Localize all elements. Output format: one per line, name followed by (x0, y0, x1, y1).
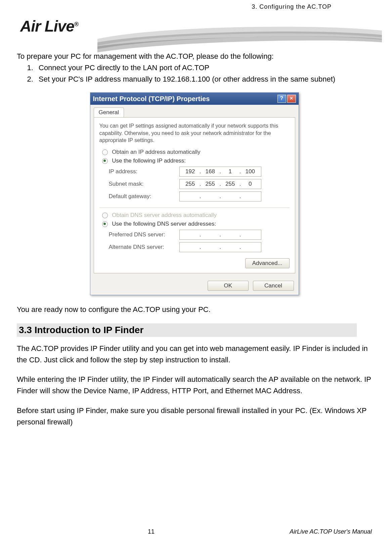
radio-label: Obtain DNS server address automatically (112, 212, 217, 218)
paragraph: The AC.TOP provides IP Finder utility an… (17, 343, 372, 366)
radio-obtain-ip-auto[interactable]: Obtain an IP address automatically (102, 149, 290, 155)
help-icon[interactable]: ? (277, 95, 286, 103)
close-icon[interactable]: × (287, 95, 296, 103)
page-number: 11 (148, 528, 155, 535)
default-gateway-label: Default gateway: (109, 193, 179, 200)
dialog-title: Internet Protocol (TCP/IP) Properties (93, 95, 210, 103)
default-gateway-field[interactable]: . . . (179, 191, 261, 201)
ip-octet: 100 (242, 168, 259, 175)
ip-octet: 255 (182, 181, 199, 187)
radio-label: Obtain an IP address automatically (112, 149, 200, 155)
radio-icon (102, 221, 108, 227)
ip-octet: 255 (222, 181, 239, 187)
tcpip-properties-dialog: Internet Protocol (TCP/IP) Properties ? … (90, 92, 299, 295)
subnet-mask-label: Subnet mask: (109, 181, 179, 187)
radio-obtain-dns-auto: Obtain DNS server address automatically (102, 212, 290, 219)
ip-octet: 168 (202, 168, 219, 175)
list-item: Set your PC's IP address manually to 192… (35, 74, 372, 85)
steps-list: Connect your PC directly to the LAN port… (17, 62, 372, 85)
manual-title: AirLive AC.TOP User's Manual (155, 528, 372, 535)
preferred-dns-field[interactable]: . . . (179, 230, 261, 240)
advanced-button[interactable]: Advanced... (245, 258, 290, 268)
ip-address-field[interactable]: 192. 168. 1. 100 (179, 167, 261, 177)
logo-area: Air Live® (17, 7, 372, 47)
registered-icon: ® (74, 21, 78, 28)
paragraph: While entering the IP Finder utility, th… (17, 374, 372, 397)
ip-octet: 255 (202, 181, 219, 187)
dialog-titlebar: Internet Protocol (TCP/IP) Properties ? … (90, 93, 299, 105)
alternate-dns-field[interactable]: . . . (179, 242, 261, 252)
ok-button[interactable]: OK (208, 281, 249, 291)
radio-label: Use the following DNS server addresses: (112, 221, 216, 227)
subnet-mask-field[interactable]: 255. 255. 255. 0 (179, 179, 261, 189)
preferred-dns-label: Preferred DNS server: (109, 231, 179, 238)
ip-octet: 1 (222, 168, 239, 175)
radio-icon (102, 149, 108, 155)
radio-icon (102, 213, 108, 218)
radio-icon (102, 158, 108, 164)
divider (99, 208, 290, 208)
ip-octet: 192 (182, 168, 199, 175)
paragraph: Before start using IP Finder, make sure … (17, 405, 372, 428)
cancel-button[interactable]: Cancel (253, 281, 294, 291)
radio-use-following-ip[interactable]: Use the following IP address: (102, 157, 290, 164)
logo-label: Air Live (20, 17, 74, 35)
after-dialog-text: You are ready now to configure the AC.TO… (17, 304, 372, 315)
alternate-dns-label: Alternate DNS server: (109, 244, 179, 251)
ip-octet: 0 (242, 181, 259, 187)
radio-use-following-dns[interactable]: Use the following DNS server addresses: (102, 221, 290, 227)
page-footer: 11 AirLive AC.TOP User's Manual (17, 528, 372, 535)
decorative-swoosh (97, 22, 382, 52)
ip-address-label: IP address: (109, 168, 179, 175)
section-heading: 3.3 Introduction to IP Finder (17, 323, 357, 337)
list-item: Connect your PC directly to the LAN port… (35, 62, 372, 74)
intro-text: To prepare your PC for management with t… (17, 51, 372, 62)
radio-label: Use the following IP address: (112, 157, 186, 164)
tab-general[interactable]: General (94, 107, 124, 117)
dialog-description: You can get IP settings assigned automat… (99, 122, 290, 144)
